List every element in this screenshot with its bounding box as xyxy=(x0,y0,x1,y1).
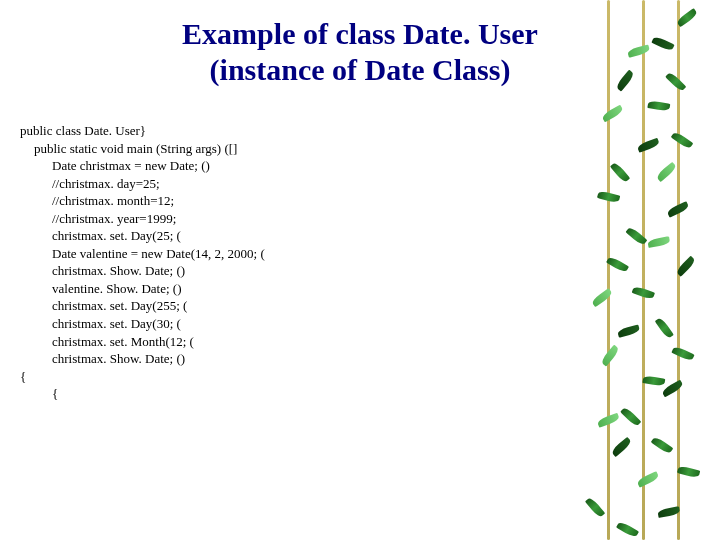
code-line: christmax. set. Day(255; ( xyxy=(52,297,265,315)
code-line: Date christmax = new Date; () xyxy=(52,157,265,175)
code-line: Date valentine = new Date(14, 2, 2000; ( xyxy=(52,245,265,263)
code-line: christmax. set. Day(25; ( xyxy=(52,227,265,245)
slide-title: Example of class Date. User (instance of… xyxy=(0,0,720,88)
code-line: //christmax. day=25; xyxy=(52,175,265,193)
code-line: valentine. Show. Date; () xyxy=(52,280,265,298)
code-line: { xyxy=(52,385,265,403)
slide: Example of class Date. User (instance of… xyxy=(0,0,720,540)
title-line-2: (instance of Date Class) xyxy=(0,52,720,88)
title-line-1: Example of class Date. User xyxy=(0,16,720,52)
code-line: //christmax. month=12; xyxy=(52,192,265,210)
code-line: public static void main (String args) ([… xyxy=(34,140,265,158)
code-line: christmax. set. Month(12; ( xyxy=(52,333,265,351)
code-line: public class Date. User} xyxy=(20,122,265,140)
code-line: christmax. Show. Date; () xyxy=(52,262,265,280)
code-line: christmax. Show. Date; () xyxy=(52,350,265,368)
code-line: { xyxy=(20,368,265,386)
code-line: //christmax. year=1999; xyxy=(52,210,265,228)
code-line: christmax. set. Day(30; ( xyxy=(52,315,265,333)
code-block: public class Date. User} public static v… xyxy=(20,122,265,403)
